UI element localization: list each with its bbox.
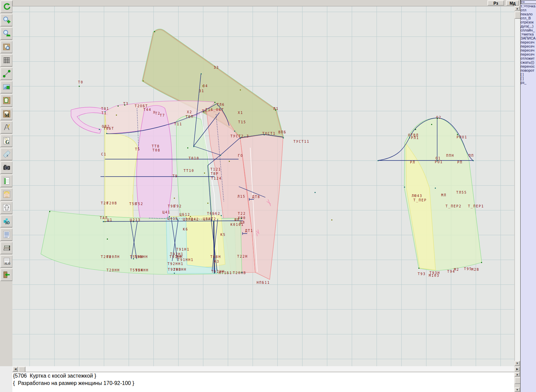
point-marker (116, 115, 117, 116)
point-label: ТВР (211, 172, 219, 176)
canvas-hscroll-track[interactable] (12, 366, 514, 372)
command-line[interactable]: сжать(() (521, 60, 536, 64)
toolbar-button-3d[interactable]: 3D (0, 215, 13, 227)
toolbar-button-pieces[interactable] (0, 94, 13, 107)
command-line[interactable]: пекало (521, 12, 536, 16)
toolbar-button-ruler[interactable]: 8 (0, 148, 13, 160)
canvas-scroll-down-button[interactable]: ▼ (515, 361, 520, 366)
toolbar-button-preview-piece[interactable] (0, 41, 13, 53)
point-labels-layer: Т0Т3Т01Т1Т2ОБТТ44ХТ2Т7ОВ2Т0БТТ11Х2Т6ПТ6Т… (12, 6, 514, 366)
point-marker (241, 218, 242, 219)
point-label: РЛ (410, 161, 415, 164)
command-line[interactable]: т= (521, 0, 536, 4)
command-line[interactable]: [ ] (521, 72, 536, 76)
command-line[interactable]: рз_ (521, 80, 536, 84)
command-line[interactable]: перенос (521, 64, 536, 68)
toolbar-button-zoom-out[interactable] (0, 27, 13, 40)
command-line[interactable]: пересеч (521, 44, 536, 48)
point-marker (283, 137, 284, 138)
pattern-canvas[interactable]: Т0Т3Т01Т1Т2ОБТТ44ХТ2Т7ОВ2Т0БТТ11Х2Т6ПТ6Т… (12, 6, 514, 367)
command-line[interactable]: дуга(,,,) (521, 24, 536, 28)
point-marker (275, 110, 276, 111)
measure-icon (3, 70, 11, 78)
toolbar-button-compass[interactable] (0, 121, 13, 134)
point-marker (133, 258, 134, 259)
canvas-scroll-right-button[interactable]: ▶ (515, 367, 520, 372)
toolbar-button-pattern-g[interactable]: G (0, 134, 13, 147)
command-line[interactable]: отложит (521, 56, 536, 60)
command-line[interactable]: [ ] (521, 76, 536, 80)
point-label: К3 (214, 260, 219, 263)
point-label: Т93 (418, 272, 426, 276)
point-label: Т93НН (173, 268, 187, 271)
doc-list-icon (3, 231, 11, 239)
point-label: Т08 (152, 149, 160, 152)
status-scroll-down-button[interactable]: ▼ (515, 387, 520, 392)
point-marker (169, 216, 170, 217)
grid-icon (3, 56, 11, 64)
point-label: М103 (429, 274, 440, 277)
command-line[interactable]: ЗАПИСА (521, 36, 536, 40)
point-label: Ш8 (234, 218, 240, 221)
point-label: Т54НН (135, 269, 149, 272)
point-label: Т15 (238, 121, 246, 124)
point-label: ЦВИТ2 (203, 217, 216, 221)
toolbar-button-pattern-m[interactable]: M (0, 108, 13, 120)
zoom-in-icon (3, 16, 11, 24)
rz-button[interactable]: Рз (487, 0, 504, 6)
point-label: Ц41 (162, 211, 171, 214)
toolbar-button-measure[interactable] (0, 67, 13, 80)
point-marker (105, 111, 106, 112)
point-label: ТАЛ (100, 216, 108, 220)
command-line[interactable]: т.:=точка (521, 4, 536, 8)
status-text-area[interactable]: {5706 Куртка с косой застежкой } { Разра… (12, 372, 514, 392)
toolbar-button-model-photo[interactable] (0, 188, 13, 201)
command-line[interactable]: отл_В (521, 16, 536, 20)
point-label: М2 (454, 268, 459, 271)
command-line[interactable]: пересеч (521, 52, 536, 56)
command-line[interactable]: :=метка (521, 32, 536, 36)
canvas-vscroll-track[interactable] (515, 11, 520, 361)
command-line[interactable]: пересеч (521, 40, 536, 44)
point-marker (315, 192, 316, 193)
model-photo-icon (3, 190, 11, 198)
svg-text:3D: 3D (5, 221, 10, 225)
pieces-icon (3, 96, 11, 105)
point-label: Т6П (186, 115, 194, 119)
toolbar-button-zoom-in[interactable] (0, 14, 13, 26)
toolbar-button-undo[interactable] (0, 0, 13, 13)
toolbar-button-exit[interactable] (0, 268, 13, 281)
toolbar-button-table[interactable] (0, 175, 13, 187)
point-label: РПО1 (457, 136, 467, 139)
canvas-scroll-up-button[interactable]: ▲ (515, 6, 520, 11)
point-marker (202, 85, 203, 86)
canvas-scroll-left-button[interactable]: ◀ (13, 367, 18, 372)
point-marker (437, 118, 438, 119)
command-line[interactable]: отл (521, 8, 536, 12)
point-marker (431, 124, 432, 125)
command-line[interactable]: пересеч (521, 48, 536, 52)
md-button[interactable]: Мд (506, 0, 519, 6)
toolbar-button-image[interactable] (0, 81, 13, 93)
point-marker (242, 272, 243, 273)
toolbar-button-doc-list[interactable] (0, 228, 13, 241)
bottom-left-corner (0, 366, 12, 392)
point-label: К5 (220, 233, 226, 237)
toolbar-button-jacket-sketch[interactable] (0, 201, 13, 214)
status-scroll-up-button[interactable]: ▲ (515, 372, 520, 377)
command-line[interactable]: отрезок (521, 20, 536, 24)
toolbar-button-books[interactable] (0, 242, 13, 254)
point-label: ПП (469, 154, 474, 157)
toolbar: MG83DALG (0, 0, 12, 281)
point-marker (124, 105, 125, 106)
toolbar-button-alg[interactable]: ALG (0, 255, 13, 268)
jacket-sketch-icon (3, 204, 11, 212)
point-marker (213, 221, 214, 222)
toolbar-button-grid[interactable] (0, 54, 13, 67)
command-panel[interactable]: т=т.:=точкаотлпекалоотл_Вотрезокдуга(,,,… (520, 0, 536, 392)
command-line[interactable]: сплайн_ (521, 28, 536, 32)
toolbar-button-camera[interactable] (0, 161, 13, 174)
point-marker (107, 239, 108, 240)
status-line-1: {5706 Куртка с косой застежкой } (13, 373, 514, 379)
command-line[interactable]: поворот (521, 68, 536, 72)
